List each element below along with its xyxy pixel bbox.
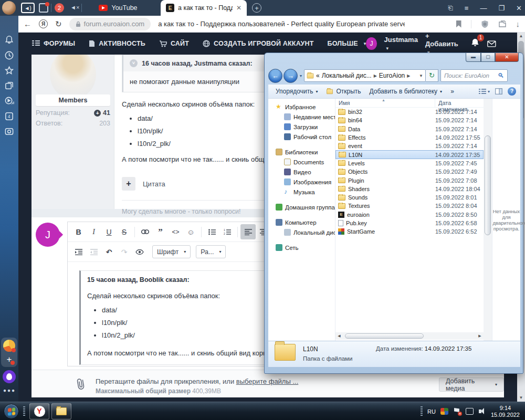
vertical-scrollbar[interactable] [484, 99, 492, 341]
more-options-icon[interactable]: ●●● [3, 387, 16, 393]
forum-nav-item-2[interactable]: АКТИВНОСТЬ [89, 40, 145, 47]
forum-nav-item-3[interactable]: САЙТ [159, 40, 189, 47]
bookmark-icon[interactable] [456, 20, 461, 28]
side-panel-icon[interactable]: ⎗ [448, 4, 453, 12]
hscroll-thumb[interactable] [345, 333, 424, 339]
scroll-right-arrow[interactable]: ▶ [476, 334, 484, 338]
link-button[interactable] [138, 224, 153, 239]
new-tab-button[interactable]: + [252, 3, 261, 13]
tree-item-downloads[interactable]: Загрузки [268, 122, 335, 132]
toolbar-overflow[interactable]: » [447, 88, 457, 95]
indent-decrease-button[interactable] [86, 244, 101, 259]
update-tray-icon[interactable] [440, 408, 448, 415]
underline-button[interactable]: U [101, 224, 117, 239]
breadcrumb-current[interactable]: EuroAion [379, 72, 405, 79]
tree-item-desktop[interactable]: Рабочий стол [268, 132, 335, 142]
column-date[interactable]: Дата изменения [435, 99, 484, 107]
file-row-Effects[interactable]: Effects14.09.2022 17:55 [335, 133, 484, 142]
media-play-icon[interactable] [4, 96, 14, 106]
tree-item-doc[interactable]: Documents [268, 157, 335, 167]
history-clock-icon[interactable] [4, 50, 14, 60]
preview-eye-button[interactable] [132, 244, 147, 259]
preview-pane-button[interactable] [495, 88, 502, 94]
user-avatar[interactable]: J [366, 37, 376, 50]
forum-nav-item-4[interactable]: СОЗДАТЬ ИГРОВОЙ АККАУНТ [203, 40, 313, 47]
window-restore-button[interactable]: ❐ [498, 4, 505, 12]
tabs-counter-icon[interactable]: 4 [4, 111, 14, 121]
notifications-bell-icon[interactable]: 1 [470, 38, 480, 49]
scroll-up-arrow[interactable]: ▲ [517, 33, 525, 40]
back-icon[interactable]: ← [24, 19, 32, 28]
scroll-left-arrow[interactable]: ◀ [335, 334, 343, 338]
tree-item-music[interactable]: ♪Музыка [268, 187, 335, 197]
username[interactable]: Justmama ▾ [384, 36, 418, 51]
downloads-icon[interactable]: ↓ [516, 19, 520, 28]
clock[interactable]: 9:14 15.09.2022 [491, 405, 523, 418]
tree-item-recent[interactable]: Недавние места [268, 112, 335, 122]
tab-youtube[interactable]: YouTube [79, 0, 158, 16]
tree-item-homegroup[interactable]: Домашняя группа [268, 202, 335, 212]
choose-files-link[interactable]: выберите файлы ... [236, 377, 299, 385]
alice-assistant-icon[interactable] [3, 370, 16, 383]
window-close-button[interactable]: ✕ [516, 4, 522, 12]
collections-icon[interactable] [498, 20, 507, 28]
undo-button[interactable]: ↶ [101, 244, 117, 259]
network-tray-icon[interactable] [466, 408, 474, 415]
add-to-library-menu[interactable]: Добавить в библиотеку▾ [366, 88, 446, 95]
file-row-Levels[interactable]: Levels15.09.2022 7:45 [335, 159, 484, 167]
profile-avatar[interactable] [2, 1, 16, 15]
notifications-bell-icon[interactable] [4, 35, 14, 45]
explorer-minimize-button[interactable]: ▬ [466, 53, 481, 62]
size-dropdown[interactable]: Ра...▾ [196, 245, 226, 258]
organize-menu[interactable]: Упорядочить▾ [272, 88, 321, 95]
reload-icon[interactable]: ↻ [55, 19, 62, 29]
browser-menu-icon[interactable]: ≡ [465, 4, 469, 12]
redo-button[interactable]: ↷ [117, 244, 132, 259]
protect-shield-icon[interactable] [481, 20, 489, 28]
file-row-StartGame[interactable]: StartGame15.09.2022 6:52 [335, 227, 484, 236]
indent-increase-button[interactable] [71, 244, 86, 259]
file-row-Plugin[interactable]: Plugin15.09.2022 7:08 [335, 176, 484, 184]
vscroll-thumb[interactable] [485, 135, 491, 235]
file-row-L10N[interactable]: L10N14.09.2022 17:35 [335, 150, 484, 159]
bullet-list-button[interactable] [204, 224, 219, 239]
breadcrumb-overflow[interactable]: « [316, 72, 320, 79]
file-row-Objects[interactable]: Objects15.09.2022 7:49 [335, 167, 484, 176]
align-left-button[interactable] [240, 224, 256, 239]
start-button[interactable] [4, 404, 19, 419]
file-row-Sounds[interactable]: Sounds15.09.2022 8:01 [335, 193, 484, 202]
nav-history-dropdown[interactable]: ▾ [300, 74, 302, 78]
taskbar-yandex-browser[interactable]: Y [29, 403, 49, 419]
explorer-close-button[interactable]: ✕ [495, 53, 519, 62]
tree-item-disk[interactable]: Локальный диск (C [268, 227, 335, 237]
blockquote-button[interactable]: ” [153, 224, 168, 239]
volume-tray-icon[interactable] [478, 408, 486, 415]
new-window-icon[interactable] [39, 3, 48, 13]
language-indicator[interactable]: RU [427, 408, 436, 415]
horizontal-scrollbar[interactable]: ◀ ▶ [335, 332, 484, 340]
add-service-icon[interactable]: + [4, 354, 14, 364]
open-button[interactable]: Открыть [323, 88, 364, 95]
tree-item-star[interactable]: ★Избранное [268, 102, 335, 112]
tree-item-video[interactable]: Видео [268, 167, 335, 177]
change-view-button[interactable]: ▾ [479, 88, 490, 94]
action-center-flag-icon[interactable] [453, 408, 461, 415]
tree-item-picture[interactable]: Изображения [268, 177, 335, 187]
messages-envelope-icon[interactable] [487, 40, 496, 48]
bookmarks-star-icon[interactable] [4, 66, 14, 76]
font-dropdown[interactable]: Шрифт▾ [152, 245, 191, 258]
mail-service-icon[interactable] [3, 340, 15, 352]
column-name[interactable]: Имя [335, 99, 435, 107]
breadcrumb-root[interactable]: Локальный дис... [322, 72, 372, 79]
insert-media-button[interactable]: Добавить медиа▾ [439, 377, 504, 392]
tab-active-forum[interactable]: E а как так то - Поддержк ✕ [161, 0, 247, 16]
numbered-list-button[interactable]: 12 [219, 224, 235, 239]
file-row-Shaders[interactable]: Shaders14.09.2022 18:04 [335, 185, 484, 193]
refresh-button[interactable]: ↻ [426, 69, 438, 82]
show-hidden-icons[interactable] [421, 406, 423, 416]
forum-nav-item-5[interactable]: БОЛЬШЕ▾ [328, 40, 366, 47]
help-button[interactable]: ? [508, 87, 516, 96]
tab-close-icon[interactable]: ✕ [236, 4, 242, 12]
nav-back-button[interactable]: ← [268, 69, 282, 83]
breadcrumb-dropdown-icon[interactable]: ▼ [419, 74, 423, 78]
